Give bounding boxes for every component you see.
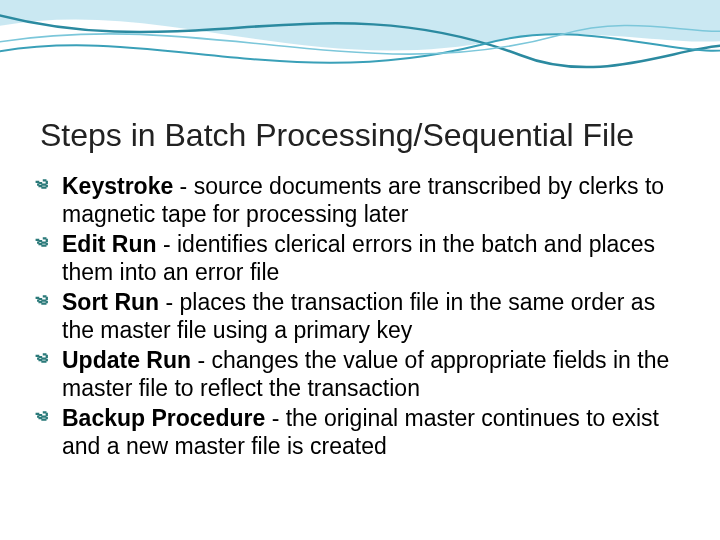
bullet-term: Sort Run	[62, 289, 159, 315]
bullet-item: ༄ Keystroke - source documents are trans…	[36, 172, 690, 228]
slide-body: ༄ Keystroke - source documents are trans…	[36, 172, 690, 462]
bullet-term: Backup Procedure	[62, 405, 265, 431]
bullet-term: Keystroke	[62, 173, 173, 199]
bullet-icon: ༄	[36, 404, 48, 432]
bullet-icon: ༄	[36, 346, 48, 374]
bullet-icon: ༄	[36, 230, 48, 258]
bullet-term: Update Run	[62, 347, 191, 373]
bullet-item: ༄ Update Run - changes the value of appr…	[36, 346, 690, 402]
bullet-icon: ༄	[36, 172, 48, 200]
bullet-item: ༄ Edit Run - identifies clerical errors …	[36, 230, 690, 286]
bullet-term: Edit Run	[62, 231, 157, 257]
bullet-icon: ༄	[36, 288, 48, 316]
swoosh-icon	[0, 0, 720, 120]
bullet-item: ༄ Sort Run - places the transaction file…	[36, 288, 690, 344]
bullet-item: ༄ Backup Procedure - the original master…	[36, 404, 690, 460]
slide: Steps in Batch Processing/Sequential Fil…	[0, 0, 720, 540]
slide-title: Steps in Batch Processing/Sequential Fil…	[40, 118, 700, 153]
decorative-swoosh	[0, 0, 720, 120]
